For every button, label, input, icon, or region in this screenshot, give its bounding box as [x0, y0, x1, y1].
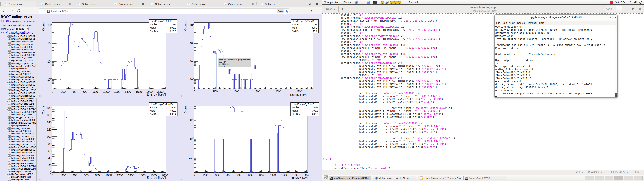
svg-text:103: 103: [190, 23, 194, 27]
svg-text:1000: 1000: [103, 90, 110, 93]
svg-text:800: 800: [95, 174, 100, 177]
svg-text:80: 80: [48, 142, 52, 146]
svg-text:7198: 7198: [312, 23, 318, 26]
svg-text:60: 60: [48, 149, 52, 153]
svg-text:lowEnergyEyTotalD...: lowEnergyEyTotalD...: [294, 103, 316, 106]
svg-text:Std Dev: Std Dev: [150, 113, 159, 116]
svg-text:508.0: 508.0: [170, 26, 176, 29]
svg-text:100: 100: [190, 137, 194, 140]
svg-text:2500: 2500: [296, 90, 302, 93]
svg-text:101: 101: [190, 59, 194, 63]
svg-text:Energy [keV]: Energy [keV]: [292, 176, 308, 179]
svg-text:Std Dev: Std Dev: [150, 30, 158, 32]
svg-text:1600: 1600: [139, 174, 146, 177]
svg-text:1800: 1800: [292, 174, 298, 176]
svg-text:400: 400: [72, 90, 76, 93]
svg-text:Energy [keV]: Energy [keV]: [146, 92, 166, 96]
svg-text:200: 200: [61, 90, 66, 93]
svg-text:1600: 1600: [281, 174, 287, 176]
svg-text:103: 103: [47, 23, 52, 27]
svg-text:lowEnergyEyTotalD...: lowEnergyEyTotalD...: [152, 103, 175, 106]
svg-text:Entries: Entries: [150, 23, 157, 26]
svg-text:1400: 1400: [125, 90, 131, 93]
svg-text:1500: 1500: [254, 90, 260, 93]
svg-text:140: 140: [47, 120, 52, 124]
svg-text:2000: 2000: [275, 90, 281, 93]
svg-text:Midas: Midas: [394, 2, 397, 2]
svg-text:Counts: Counts: [184, 22, 187, 31]
svg-text:6304: 6304: [171, 23, 176, 26]
svg-text:1200: 1200: [117, 174, 123, 177]
svg-text:Midas: Midas: [398, 2, 401, 2]
svg-text:Entries: Entries: [292, 106, 299, 109]
svg-text:0: 0: [52, 174, 53, 177]
svg-text:100: 100: [47, 135, 52, 138]
svg-text:101: 101: [47, 59, 52, 63]
svg-text:200: 200: [204, 174, 208, 176]
svg-text:200: 200: [61, 174, 66, 177]
svg-text:798.3: 798.3: [312, 110, 318, 112]
svg-text:600: 600: [82, 90, 87, 93]
svg-text:800: 800: [93, 90, 98, 93]
svg-text:1200: 1200: [259, 174, 264, 176]
svg-text:Entries: Entries: [150, 106, 158, 109]
svg-text:0: 0: [194, 174, 195, 176]
svg-text:0: 0: [50, 171, 52, 174]
svg-text:400: 400: [215, 174, 219, 176]
svg-text:2000: 2000: [304, 174, 310, 176]
svg-text:20: 20: [48, 164, 52, 167]
svg-text:1000: 1000: [234, 90, 239, 93]
svg-text:Std Dev: Std Dev: [292, 113, 300, 116]
svg-text:Mean: Mean: [292, 110, 298, 112]
svg-text:Counts: Counts: [42, 106, 45, 114]
svg-text:1600: 1600: [136, 90, 142, 93]
svg-text:101: 101: [190, 118, 194, 121]
svg-text:483.9: 483.9: [170, 110, 176, 112]
svg-text:10-1: 10-1: [189, 156, 193, 159]
svg-text:40: 40: [48, 156, 52, 160]
svg-text:180: 180: [47, 106, 52, 110]
svg-text:400: 400: [72, 174, 77, 177]
svg-text:bin = 27: bin = 27: [219, 61, 226, 63]
svg-text:2526: 2526: [171, 106, 176, 109]
svg-text:120: 120: [47, 128, 52, 131]
svg-text:0: 0: [194, 90, 195, 93]
svg-text:481: 481: [314, 106, 318, 109]
svg-text:1000: 1000: [106, 174, 112, 177]
svg-text:125.2: 125.2: [312, 30, 318, 32]
svg-text:800: 800: [237, 174, 242, 176]
svg-text:500: 500: [213, 90, 218, 93]
svg-text:lowEnergyEyTotalD...: lowEnergyEyTotalD...: [294, 20, 316, 22]
svg-text:Energy [keV]: Energy [keV]: [290, 93, 306, 96]
svg-text:x = [520, 540): x = [520, 540): [219, 63, 230, 65]
svg-text:160: 160: [47, 113, 52, 117]
svg-text:102: 102: [190, 41, 194, 45]
svg-text:100: 100: [190, 78, 194, 81]
svg-text:Counts: Counts: [184, 106, 187, 114]
svg-text:Entries: Entries: [292, 23, 300, 26]
svg-text:Mean: Mean: [150, 26, 156, 29]
svg-text:1400: 1400: [270, 174, 276, 176]
svg-text:Midas: Midas: [381, 2, 384, 2]
svg-text:entries = 27: entries = 27: [219, 65, 229, 67]
svg-text:600: 600: [226, 174, 230, 176]
svg-text:Midas: Midas: [390, 2, 393, 2]
svg-text:1200: 1200: [114, 90, 120, 93]
svg-text:?: ?: [630, 1, 631, 3]
svg-text:0: 0: [52, 90, 53, 93]
svg-text:Mean: Mean: [150, 110, 156, 112]
svg-text:Mean: Mean: [292, 26, 298, 29]
svg-text:Energy [keV]: Energy [keV]: [146, 176, 166, 180]
svg-text:232.6: 232.6: [312, 113, 318, 116]
svg-text:Std Dev: Std Dev: [292, 30, 301, 32]
svg-text:lowEnergyEyTotalD...: lowEnergyEyTotalD...: [152, 20, 174, 22]
svg-text:326.2: 326.2: [312, 26, 318, 29]
svg-text:223.3: 223.3: [170, 30, 176, 32]
svg-text:600: 600: [84, 174, 88, 177]
svg-text:100: 100: [47, 77, 52, 81]
svg-text:Counts: Counts: [42, 22, 45, 31]
svg-text:Files/test.root/lowEnergyEyTot: Files/test.root/lowEnergyEyTotalDSSD1: [219, 58, 252, 61]
svg-text:296.4: 296.4: [170, 113, 176, 116]
svg-text:1400: 1400: [128, 174, 134, 177]
svg-text:1000: 1000: [248, 174, 253, 176]
